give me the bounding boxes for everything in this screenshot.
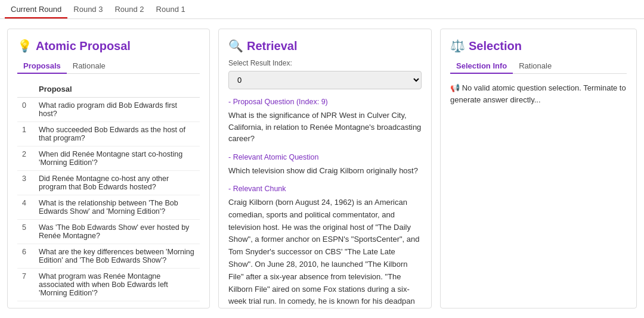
proposal-index: 7 <box>17 269 34 301</box>
tab-round2[interactable]: Round 2 <box>109 1 150 18</box>
table-row[interactable]: 6What are the key differences between 'M… <box>17 244 200 269</box>
proposal-index: 4 <box>17 195 34 220</box>
no-selection-text: No valid atomic question selection. Term… <box>450 83 626 104</box>
retrieval-panel: 🔍 Retrieval Select Result Index: 0 1 2 -… <box>218 29 432 308</box>
atomic-question-label: - Relevant Atomic Question <box>228 153 422 161</box>
proposal-text: Did Renée Montagne co-host any other pro… <box>34 171 200 195</box>
proposal-text: Who succeeded Bob Edwards as the host of… <box>34 122 200 146</box>
selection-sub-tabs: Selection Info Rationale <box>450 59 627 74</box>
tab-round1[interactable]: Round 1 <box>150 1 191 18</box>
index-col-header <box>17 81 34 98</box>
retrieval-label-text: Retrieval <box>247 39 298 53</box>
proposal-text: What are the key differences between 'Mo… <box>34 244 200 269</box>
selection-title: ⚖️ Selection <box>450 39 627 53</box>
proposal-question-label: - Proposal Question (Index: 9) <box>228 98 422 106</box>
proposal-index: 2 <box>17 146 34 171</box>
proposal-text: What program was Renée Montagne associat… <box>34 269 200 301</box>
proposal-question-text: What is the significance of NPR West in … <box>228 110 422 145</box>
magnifier-icon: 🔍 <box>228 39 243 53</box>
table-row[interactable]: 2When did Renée Montagne start co-hostin… <box>17 146 200 171</box>
chunk-label: - Relevant Chunk <box>228 185 422 193</box>
table-row[interactable]: 3Did Renée Montagne co-host any other pr… <box>17 171 200 195</box>
proposal-text: When did Renée Montagne start co-hosting… <box>34 146 200 171</box>
proposal-text: Was 'The Bob Edwards Show' ever hosted b… <box>34 220 200 244</box>
atomic-proposal-panel: 💡 Atomic Proposal Proposals Rationale Pr… <box>7 29 210 308</box>
proposals-table: Proposal 0What radio program did Bob Edw… <box>17 81 200 301</box>
atomic-proposal-label: Atomic Proposal <box>36 39 131 53</box>
atomic-question-text: Which television show did Craig Kilborn … <box>228 165 422 177</box>
table-row[interactable]: 0What radio program did Bob Edwards firs… <box>17 98 200 122</box>
sub-tab-selection-info[interactable]: Selection Info <box>450 59 513 74</box>
table-row[interactable]: 5Was 'The Bob Edwards Show' ever hosted … <box>17 220 200 244</box>
table-row[interactable]: 1Who succeeded Bob Edwards as the host o… <box>17 122 200 146</box>
select-result-label: Select Result Index: <box>228 59 422 67</box>
tab-current-round[interactable]: Current Round <box>5 1 67 18</box>
selection-label-text: Selection <box>469 39 522 53</box>
proposal-text: What radio program did Bob Edwards first… <box>34 98 200 122</box>
proposal-text: What is the relationship between 'The Bo… <box>34 195 200 220</box>
proposal-index: 0 <box>17 98 34 122</box>
sub-tab-rationale[interactable]: Rationale <box>67 59 112 74</box>
chunk-text: Craig Kilborn (born August 24, 1962) is … <box>228 197 422 308</box>
table-row[interactable]: 7What program was Renée Montagne associa… <box>17 269 200 301</box>
result-index-select[interactable]: 0 1 2 <box>228 71 422 89</box>
scales-icon: ⚖️ <box>450 39 465 53</box>
lightbulb-icon: 💡 <box>17 39 32 53</box>
selection-panel: ⚖️ Selection Selection Info Rationale 📢 … <box>440 29 637 308</box>
proposal-col-header: Proposal <box>34 81 200 98</box>
proposals-sub-tabs: Proposals Rationale <box>17 59 200 74</box>
sub-tab-rationale[interactable]: Rationale <box>513 59 558 74</box>
table-row[interactable]: 4What is the relationship between 'The B… <box>17 195 200 220</box>
proposal-index: 5 <box>17 220 34 244</box>
no-selection-message: 📢 No valid atomic question selection. Te… <box>450 82 627 105</box>
atomic-proposal-title: 💡 Atomic Proposal <box>17 39 200 53</box>
main-content: 💡 Atomic Proposal Proposals Rationale Pr… <box>0 19 644 318</box>
proposal-index: 1 <box>17 122 34 146</box>
tab-round3[interactable]: Round 3 <box>67 1 109 18</box>
proposal-index: 3 <box>17 171 34 195</box>
retrieval-title: 🔍 Retrieval <box>228 39 422 53</box>
proposal-index: 6 <box>17 244 34 269</box>
tab-bar: Current Round Round 3 Round 2 Round 1 <box>0 0 644 19</box>
sub-tab-proposals[interactable]: Proposals <box>17 59 67 74</box>
megaphone-icon: 📢 <box>450 83 460 92</box>
